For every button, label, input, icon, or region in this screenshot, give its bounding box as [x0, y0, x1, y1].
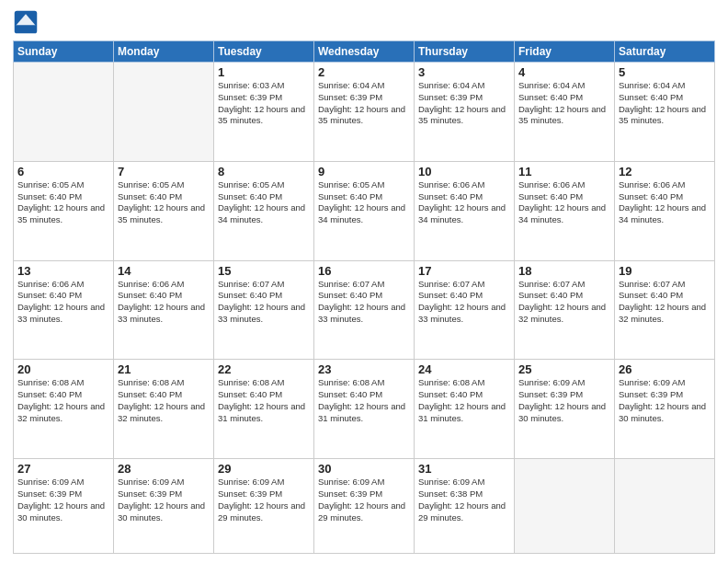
day-info: Sunrise: 6:09 AM Sunset: 6:38 PM Dayligh…	[418, 477, 510, 523]
day-number: 12	[619, 165, 711, 178]
calendar-cell: 9Sunrise: 6:05 AM Sunset: 6:40 PM Daylig…	[314, 161, 415, 260]
day-info: Sunrise: 6:05 AM Sunset: 6:40 PM Dayligh…	[118, 179, 210, 226]
weekday-header-row: SundayMondayTuesdayWednesdayThursdayFrid…	[14, 41, 715, 63]
calendar-cell: 31Sunrise: 6:09 AM Sunset: 6:38 PM Dayli…	[415, 459, 515, 554]
day-info: Sunrise: 6:09 AM Sunset: 6:39 PM Dayligh…	[118, 477, 210, 523]
day-number: 31	[418, 462, 510, 476]
calendar-cell: 7Sunrise: 6:05 AM Sunset: 6:40 PM Daylig…	[114, 161, 214, 260]
day-number: 27	[17, 462, 109, 476]
day-info: Sunrise: 6:06 AM Sunset: 6:40 PM Dayligh…	[418, 179, 510, 226]
day-number: 30	[318, 462, 410, 476]
day-info: Sunrise: 6:04 AM Sunset: 6:39 PM Dayligh…	[418, 80, 510, 127]
day-number: 4	[518, 65, 610, 79]
day-info: Sunrise: 6:08 AM Sunset: 6:40 PM Dayligh…	[318, 377, 410, 424]
day-info: Sunrise: 6:08 AM Sunset: 6:40 PM Dayligh…	[118, 377, 210, 424]
day-number: 8	[218, 165, 310, 178]
day-number: 10	[418, 165, 510, 178]
calendar-cell: 5Sunrise: 6:04 AM Sunset: 6:40 PM Daylig…	[615, 63, 715, 162]
day-info: Sunrise: 6:07 AM Sunset: 6:40 PM Dayligh…	[218, 279, 310, 326]
day-number: 29	[218, 462, 310, 476]
calendar-cell: 17Sunrise: 6:07 AM Sunset: 6:40 PM Dayli…	[415, 260, 515, 360]
calendar-cell: 20Sunrise: 6:08 AM Sunset: 6:40 PM Dayli…	[14, 360, 114, 459]
calendar-cell: 15Sunrise: 6:07 AM Sunset: 6:40 PM Dayli…	[214, 260, 314, 360]
day-info: Sunrise: 6:09 AM Sunset: 6:39 PM Dayligh…	[17, 477, 109, 523]
day-number: 3	[418, 65, 510, 79]
day-info: Sunrise: 6:06 AM Sunset: 6:40 PM Dayligh…	[118, 279, 210, 326]
calendar-cell: 14Sunrise: 6:06 AM Sunset: 6:40 PM Dayli…	[114, 260, 214, 360]
calendar-week-row: 6Sunrise: 6:05 AM Sunset: 6:40 PM Daylig…	[14, 161, 715, 260]
day-number: 7	[118, 165, 210, 178]
weekday-header-sunday: Sunday	[14, 41, 114, 63]
calendar-cell: 24Sunrise: 6:08 AM Sunset: 6:40 PM Dayli…	[415, 360, 515, 459]
calendar-cell	[515, 459, 615, 554]
day-info: Sunrise: 6:04 AM Sunset: 6:40 PM Dayligh…	[619, 80, 711, 127]
calendar-cell: 22Sunrise: 6:08 AM Sunset: 6:40 PM Dayli…	[214, 360, 314, 459]
calendar-cell: 13Sunrise: 6:06 AM Sunset: 6:40 PM Dayli…	[14, 260, 114, 360]
svg-rect-2	[17, 26, 36, 31]
day-number: 1	[218, 65, 310, 79]
calendar-cell: 16Sunrise: 6:07 AM Sunset: 6:40 PM Dayli…	[314, 260, 415, 360]
calendar-cell: 25Sunrise: 6:09 AM Sunset: 6:39 PM Dayli…	[515, 360, 615, 459]
day-number: 6	[17, 165, 109, 178]
calendar-cell	[615, 459, 715, 554]
calendar-week-row: 20Sunrise: 6:08 AM Sunset: 6:40 PM Dayli…	[14, 360, 715, 459]
calendar-cell	[14, 63, 114, 162]
day-info: Sunrise: 6:06 AM Sunset: 6:40 PM Dayligh…	[518, 179, 610, 226]
day-number: 5	[619, 65, 711, 79]
calendar-cell: 8Sunrise: 6:05 AM Sunset: 6:40 PM Daylig…	[214, 161, 314, 260]
calendar-cell: 19Sunrise: 6:07 AM Sunset: 6:40 PM Dayli…	[615, 260, 715, 360]
day-info: Sunrise: 6:08 AM Sunset: 6:40 PM Dayligh…	[17, 377, 109, 424]
day-info: Sunrise: 6:07 AM Sunset: 6:40 PM Dayligh…	[318, 279, 410, 326]
calendar-cell: 3Sunrise: 6:04 AM Sunset: 6:39 PM Daylig…	[415, 63, 515, 162]
day-info: Sunrise: 6:09 AM Sunset: 6:39 PM Dayligh…	[218, 477, 310, 523]
weekday-header-thursday: Thursday	[415, 41, 515, 63]
weekday-header-monday: Monday	[114, 41, 214, 63]
day-info: Sunrise: 6:04 AM Sunset: 6:39 PM Dayligh…	[318, 80, 410, 127]
calendar-cell: 26Sunrise: 6:09 AM Sunset: 6:39 PM Dayli…	[615, 360, 715, 459]
day-info: Sunrise: 6:07 AM Sunset: 6:40 PM Dayligh…	[518, 279, 610, 326]
calendar-week-row: 27Sunrise: 6:09 AM Sunset: 6:39 PM Dayli…	[14, 459, 715, 554]
day-info: Sunrise: 6:05 AM Sunset: 6:40 PM Dayligh…	[17, 179, 109, 226]
day-number: 19	[619, 264, 711, 278]
calendar-cell: 21Sunrise: 6:08 AM Sunset: 6:40 PM Dayli…	[114, 360, 214, 459]
day-info: Sunrise: 6:09 AM Sunset: 6:39 PM Dayligh…	[518, 377, 610, 424]
calendar-table: SundayMondayTuesdayWednesdayThursdayFrid…	[13, 40, 715, 554]
calendar-cell: 12Sunrise: 6:06 AM Sunset: 6:40 PM Dayli…	[615, 161, 715, 260]
day-info: Sunrise: 6:05 AM Sunset: 6:40 PM Dayligh…	[218, 179, 310, 226]
day-info: Sunrise: 6:05 AM Sunset: 6:40 PM Dayligh…	[318, 179, 410, 226]
calendar-cell: 30Sunrise: 6:09 AM Sunset: 6:39 PM Dayli…	[314, 459, 415, 554]
day-number: 23	[318, 362, 410, 376]
calendar-cell: 18Sunrise: 6:07 AM Sunset: 6:40 PM Dayli…	[515, 260, 615, 360]
logo	[13, 9, 40, 35]
day-info: Sunrise: 6:04 AM Sunset: 6:40 PM Dayligh…	[518, 80, 610, 127]
day-info: Sunrise: 6:09 AM Sunset: 6:39 PM Dayligh…	[318, 477, 410, 523]
day-number: 11	[518, 165, 610, 178]
calendar-cell: 29Sunrise: 6:09 AM Sunset: 6:39 PM Dayli…	[214, 459, 314, 554]
day-info: Sunrise: 6:08 AM Sunset: 6:40 PM Dayligh…	[418, 377, 510, 424]
day-number: 16	[318, 264, 410, 278]
weekday-header-saturday: Saturday	[615, 41, 715, 63]
day-info: Sunrise: 6:09 AM Sunset: 6:39 PM Dayligh…	[619, 377, 711, 424]
day-number: 28	[118, 462, 210, 476]
calendar-week-row: 1Sunrise: 6:03 AM Sunset: 6:39 PM Daylig…	[14, 63, 715, 162]
day-number: 26	[619, 362, 711, 376]
day-info: Sunrise: 6:03 AM Sunset: 6:39 PM Dayligh…	[218, 80, 310, 127]
day-number: 24	[418, 362, 510, 376]
weekday-header-friday: Friday	[515, 41, 615, 63]
calendar-cell: 6Sunrise: 6:05 AM Sunset: 6:40 PM Daylig…	[14, 161, 114, 260]
day-info: Sunrise: 6:06 AM Sunset: 6:40 PM Dayligh…	[17, 279, 109, 326]
calendar-cell	[114, 63, 214, 162]
weekday-header-wednesday: Wednesday	[314, 41, 415, 63]
calendar-cell: 28Sunrise: 6:09 AM Sunset: 6:39 PM Dayli…	[114, 459, 214, 554]
day-number: 18	[518, 264, 610, 278]
calendar-cell: 23Sunrise: 6:08 AM Sunset: 6:40 PM Dayli…	[314, 360, 415, 459]
calendar-cell: 4Sunrise: 6:04 AM Sunset: 6:40 PM Daylig…	[515, 63, 615, 162]
day-number: 2	[318, 65, 410, 79]
day-number: 9	[318, 165, 410, 178]
day-info: Sunrise: 6:06 AM Sunset: 6:40 PM Dayligh…	[619, 179, 711, 226]
day-info: Sunrise: 6:07 AM Sunset: 6:40 PM Dayligh…	[418, 279, 510, 326]
day-info: Sunrise: 6:07 AM Sunset: 6:40 PM Dayligh…	[619, 279, 711, 326]
day-info: Sunrise: 6:08 AM Sunset: 6:40 PM Dayligh…	[218, 377, 310, 424]
day-number: 14	[118, 264, 210, 278]
logo-icon	[13, 9, 39, 35]
